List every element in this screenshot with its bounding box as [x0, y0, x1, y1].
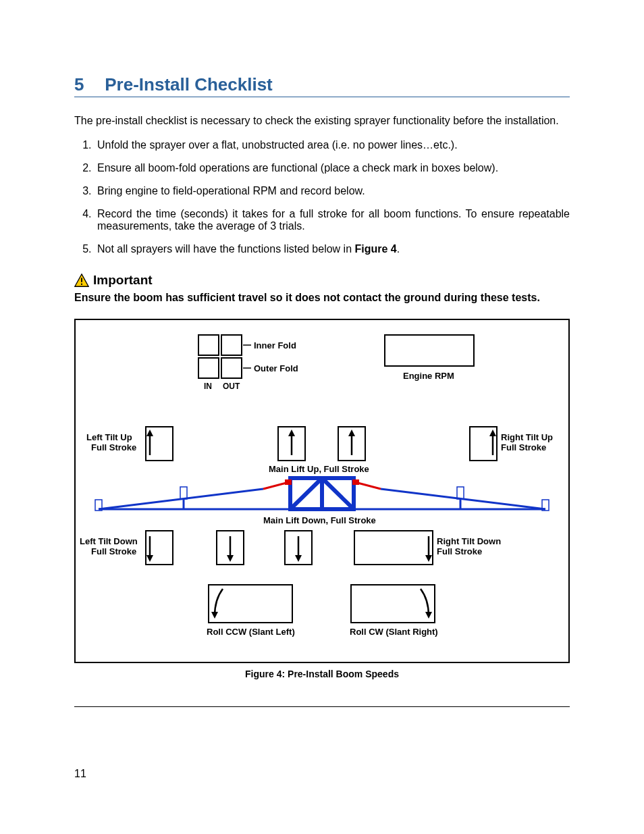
svg-text:Full Stroke: Full Stroke [501, 442, 546, 452]
section-title: Pre-Install Checklist [105, 74, 273, 95]
label-in: IN [204, 382, 212, 391]
figure-caption: Figure 4: Pre-Install Boom Speeds [74, 669, 570, 679]
svg-line-19 [322, 478, 354, 509]
svg-marker-45 [425, 612, 432, 619]
svg-line-22 [263, 482, 289, 489]
svg-rect-31 [457, 487, 464, 499]
label-engine-rpm: Engine RPM [403, 371, 454, 381]
important-label: Important [93, 273, 153, 288]
svg-line-23 [355, 482, 381, 489]
footer-rule [74, 706, 570, 707]
label-out: OUT [223, 382, 240, 391]
svg-marker-7 [146, 429, 153, 436]
svg-marker-12 [348, 429, 355, 436]
label-right-tilt-down: Right Tilt Down [437, 536, 501, 546]
label-left-tilt-down: Left Tilt Down [80, 536, 138, 546]
svg-rect-27 [180, 487, 187, 499]
svg-marker-44 [211, 612, 218, 619]
important-text: Ensure the boom has sufficient travel so… [74, 292, 570, 304]
input-engine-rpm[interactable] [385, 335, 474, 366]
label-outer-fold: Outer Fold [254, 363, 298, 373]
checkbox-innerfold-in[interactable] [198, 335, 219, 355]
checklist-item: Bring engine to field-operational RPM an… [95, 185, 570, 197]
checklist: Unfold the sprayer over a flat, unobstru… [74, 139, 570, 255]
page-number: 11 [74, 768, 570, 780]
svg-rect-1 [81, 278, 82, 282]
figure-ref: Figure 4 [355, 243, 397, 255]
svg-text:Full Stroke: Full Stroke [91, 546, 136, 556]
svg-text:Full Stroke: Full Stroke [437, 546, 482, 556]
svg-marker-35 [146, 555, 153, 562]
label-left-tilt-up: Left Tilt Up [86, 432, 132, 442]
label-right-tilt-up: Right Tilt Up [501, 432, 553, 442]
checkbox-outerfold-out[interactable] [221, 358, 242, 378]
svg-line-18 [290, 478, 322, 509]
label-roll-cw: Roll CW (Slant Right) [350, 627, 438, 637]
checklist-item: Ensure all boom-fold operations are func… [95, 162, 570, 174]
label-main-down: Main Lift Down, Full Stroke [263, 515, 376, 525]
svg-marker-10 [288, 429, 295, 436]
svg-marker-40 [295, 555, 302, 562]
boom-diagram [95, 478, 549, 511]
checklist-item: Not all sprayers will have the functions… [95, 243, 570, 255]
input-right-tilt-down[interactable] [354, 531, 433, 565]
svg-rect-2 [81, 284, 82, 285]
checkbox-innerfold-out[interactable] [221, 335, 242, 355]
important-block: Important Ensure the boom has sufficient… [74, 273, 570, 304]
svg-marker-14 [489, 429, 496, 436]
warning-icon [74, 273, 89, 287]
label-inner-fold: Inner Fold [254, 340, 296, 350]
label-roll-ccw: Roll CCW (Slant Left) [207, 627, 295, 637]
checklist-item: Record the time (seconds) it takes for a… [95, 208, 570, 232]
svg-marker-42 [425, 555, 432, 562]
figure-frame: Inner Fold Outer Fold IN OUT Engine RPM … [74, 319, 570, 663]
label-main-up: Main Lift Up, Full Stroke [269, 464, 369, 474]
section-heading: 5 Pre-Install Checklist [74, 74, 570, 97]
section-number: 5 [74, 74, 100, 95]
checklist-item: Unfold the sprayer over a flat, unobstru… [95, 139, 570, 151]
svg-marker-38 [227, 555, 234, 562]
svg-text:Full Stroke: Full Stroke [91, 442, 136, 452]
figure-svg: Inner Fold Outer Fold IN OUT Engine RPM … [76, 320, 568, 660]
checkbox-outerfold-in[interactable] [198, 358, 219, 378]
intro-paragraph: The pre-install checklist is necessary t… [74, 115, 570, 127]
